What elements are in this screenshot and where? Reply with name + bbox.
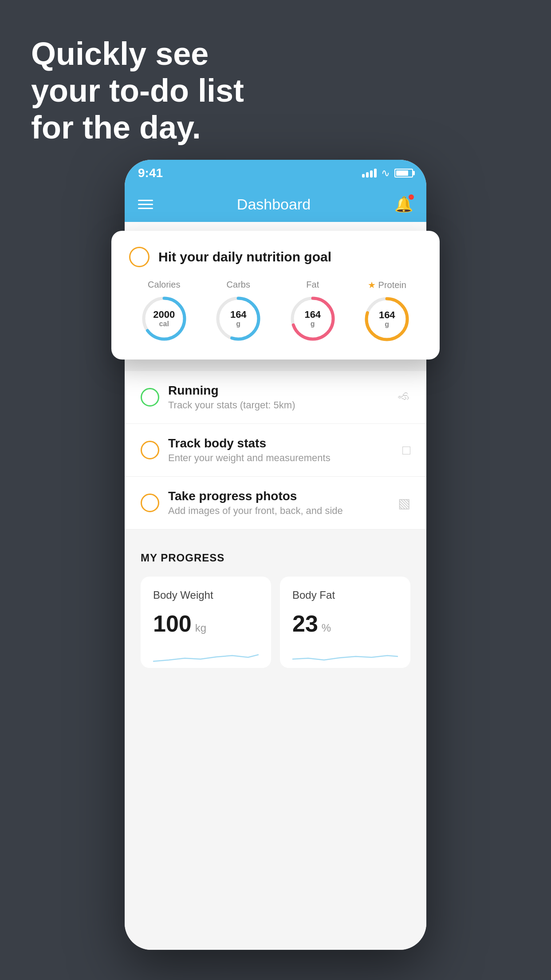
todo-sub-running: Track your stats (target: 5km) <box>168 399 388 411</box>
hero-text: Quickly see your to-do list for the day. <box>31 36 244 146</box>
carbs-value: 164 g <box>230 309 247 328</box>
body-weight-chart <box>153 646 259 668</box>
nutrition-carbs: Carbs 164 g <box>214 280 263 343</box>
body-weight-label: Body Weight <box>153 589 259 601</box>
todo-title-body-stats: Track body stats <box>168 436 394 450</box>
task-circle <box>129 247 150 267</box>
body-fat-card[interactable]: Body Fat 23 % <box>280 577 410 668</box>
nutrition-row: Calories 2000 cal Carbs <box>129 280 422 344</box>
body-weight-value-row: 100 kg <box>153 610 259 637</box>
todo-circle-running <box>141 388 159 407</box>
fat-label: Fat <box>306 280 319 290</box>
calories-label: Calories <box>148 280 180 290</box>
progress-title: MY PROGRESS <box>141 552 410 564</box>
body-fat-unit: % <box>322 622 331 634</box>
protein-label: ★Protein <box>368 280 406 290</box>
scale-icon: □ <box>402 443 410 458</box>
fat-value: 164 g <box>304 309 321 328</box>
bell-icon[interactable]: 🔔 <box>394 195 413 213</box>
body-fat-label: Body Fat <box>292 589 398 601</box>
status-time: 9:41 <box>138 166 163 180</box>
todo-title-photos: Take progress photos <box>168 489 389 503</box>
carbs-label: Carbs <box>227 280 250 290</box>
nutrition-fat: Fat 164 g <box>288 280 337 343</box>
notification-dot <box>409 194 414 200</box>
card-title: Hit your daily nutrition goal <box>158 249 331 265</box>
nutrition-protein: ★Protein 164 g <box>362 280 411 344</box>
todo-list: Running Track your stats (target: 5km) 🙘… <box>125 371 426 530</box>
todo-item-photos[interactable]: Take progress photos Add images of your … <box>125 477 426 530</box>
todo-text-photos: Take progress photos Add images of your … <box>168 489 389 517</box>
todo-text-body-stats: Track body stats Enter your weight and m… <box>168 436 394 464</box>
todo-item-body-stats[interactable]: Track body stats Enter your weight and m… <box>125 424 426 477</box>
carbs-ring: 164 g <box>214 294 263 343</box>
running-icon: 🙘 <box>397 390 410 405</box>
nav-bar: Dashboard 🔔 <box>125 186 426 222</box>
body-fat-value-row: 23 % <box>292 610 398 637</box>
status-icons: ∿ <box>362 167 413 179</box>
nav-title: Dashboard <box>237 196 311 213</box>
progress-section: MY PROGRESS Body Weight 100 kg Body F <box>125 530 426 681</box>
body-weight-card[interactable]: Body Weight 100 kg <box>141 577 271 668</box>
todo-circle-photos <box>141 494 159 512</box>
todo-circle-body-stats <box>141 441 159 459</box>
nutrition-calories: Calories 2000 cal <box>140 280 189 343</box>
progress-cards: Body Weight 100 kg Body Fat 23 <box>141 577 410 668</box>
calories-ring: 2000 cal <box>140 294 189 343</box>
body-weight-value: 100 <box>153 610 192 637</box>
calories-value: 2000 cal <box>153 309 175 328</box>
todo-item-running[interactable]: Running Track your stats (target: 5km) 🙘 <box>125 371 426 424</box>
body-weight-unit: kg <box>195 622 206 634</box>
card-header: Hit your daily nutrition goal <box>129 247 422 267</box>
todo-sub-photos: Add images of your front, back, and side <box>168 505 389 517</box>
body-fat-chart <box>292 646 398 668</box>
protein-ring: 164 g <box>362 295 411 344</box>
nutrition-card: Hit your daily nutrition goal Calories 2… <box>111 231 440 360</box>
protein-value: 164 g <box>379 310 395 328</box>
fat-ring: 164 g <box>288 294 337 343</box>
status-bar: 9:41 ∿ <box>125 160 426 186</box>
hamburger-menu[interactable] <box>138 200 153 209</box>
wifi-icon: ∿ <box>381 167 390 179</box>
todo-text-running: Running Track your stats (target: 5km) <box>168 383 388 411</box>
todo-sub-body-stats: Enter your weight and measurements <box>168 452 394 464</box>
battery-icon <box>394 169 413 178</box>
body-fat-value: 23 <box>292 610 318 637</box>
photo-icon: ▧ <box>398 495 410 511</box>
signal-icon <box>362 169 377 178</box>
star-icon: ★ <box>368 280 376 290</box>
todo-title-running: Running <box>168 383 388 398</box>
